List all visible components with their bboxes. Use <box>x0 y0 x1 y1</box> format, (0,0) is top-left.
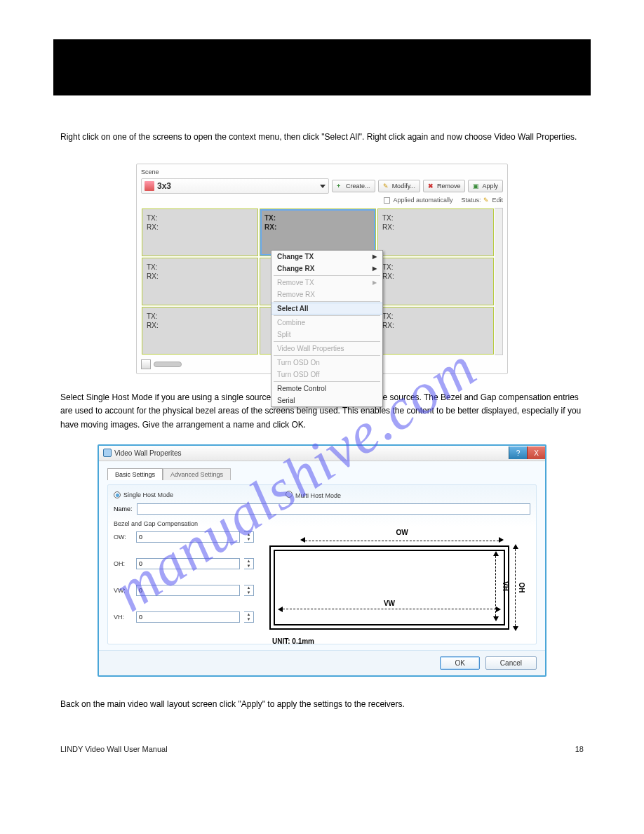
menu-remove-tx: Remove TX▶ <box>271 277 382 289</box>
header-banner <box>53 39 591 95</box>
menu-vw-properties: Video Wall Properties <box>271 343 382 355</box>
scroll-left-button[interactable] <box>141 359 151 369</box>
modify-button[interactable]: ✎Modify... <box>378 180 420 192</box>
status-value: Edit <box>492 197 503 204</box>
status-edit-icon: ✎ <box>483 197 489 204</box>
menu-serial[interactable]: Serial <box>271 395 382 406</box>
tile-1-0[interactable]: TX:RX: <box>142 258 258 305</box>
bezel-diagram: OW OH VW VH UNIT: 0.1mm <box>267 531 530 637</box>
single-host-label: Single Host Mode <box>123 491 173 498</box>
scene-dropdown[interactable]: 3x3 <box>141 178 329 194</box>
menu-combine: Combine <box>271 317 382 329</box>
bezel-section-title: Bezel and Gap Compensation <box>114 520 530 527</box>
apply-button[interactable]: ▣Apply <box>468 180 503 192</box>
applied-auto-label: Applied automatically <box>393 197 452 204</box>
tab-basic-settings[interactable]: Basic Settings <box>107 468 163 480</box>
status-label: Status: <box>461 197 481 204</box>
vh-spinner[interactable]: ▲▼ <box>244 611 254 623</box>
vw-spinner[interactable]: ▲▼ <box>244 585 254 596</box>
menu-osd-on: Turn OSD On <box>271 357 382 369</box>
caret-down-icon <box>320 185 326 188</box>
vh-label: VH: <box>114 614 132 621</box>
tab-advanced-settings[interactable]: Advanced Settings <box>163 468 231 480</box>
footer-left: LINDY Video Wall User Manual <box>60 745 168 753</box>
multi-host-label: Multi Host Mode <box>295 492 341 499</box>
cancel-button[interactable]: Cancel <box>485 656 537 670</box>
tile-1-2[interactable]: TX:RX: <box>377 258 494 305</box>
tile-0-0[interactable]: TX:RX: <box>142 208 258 256</box>
vh-input[interactable] <box>136 611 240 623</box>
x-icon: ✖ <box>428 183 435 190</box>
menu-remote-control[interactable]: Remote Control <box>271 383 382 395</box>
create-button[interactable]: +Create... <box>332 180 375 192</box>
menu-change-rx[interactable]: Change RX▶ <box>271 263 382 274</box>
vw-label: VW: <box>114 587 132 594</box>
name-label: Name: <box>114 505 133 512</box>
dialog-title: Video Wall Properites <box>114 449 182 457</box>
vw-input[interactable] <box>136 585 240 596</box>
paragraph-3: Back on the main video wall layout scree… <box>60 698 584 711</box>
scene-icon <box>145 181 154 191</box>
menu-change-tx[interactable]: Change TX▶ <box>271 251 382 263</box>
paragraph-1: Right click on one of the screens to ope… <box>60 131 584 144</box>
ow-label: OW: <box>114 534 132 541</box>
pencil-icon: ✎ <box>383 183 390 190</box>
tile-0-2[interactable]: TX:RX: <box>377 208 494 256</box>
close-button[interactable]: X <box>527 446 545 459</box>
single-host-radio[interactable] <box>114 491 121 498</box>
page-number: 18 <box>575 745 584 753</box>
oh-spinner[interactable]: ▲▼ <box>244 558 254 569</box>
context-menu: Change TX▶ Change RX▶ Remove TX▶ Remove … <box>271 250 383 407</box>
scene-panel-figure: Scene 3x3 +Create... ✎Modify... ✖Remove … <box>136 164 508 374</box>
applied-auto-checkbox[interactable] <box>384 197 390 204</box>
menu-osd-off: Turn OSD Off <box>271 369 382 380</box>
dialog-titlebar: Video Wall Properites ? X <box>99 446 545 461</box>
help-button[interactable]: ? <box>509 446 527 459</box>
remove-button[interactable]: ✖Remove <box>423 180 466 192</box>
dialog-icon <box>103 449 112 457</box>
scene-label: Scene <box>141 168 503 176</box>
multi-host-radio[interactable] <box>286 491 293 498</box>
oh-label: OH: <box>114 560 132 567</box>
tile-2-0[interactable]: TX:RX: <box>142 307 258 355</box>
oh-input[interactable] <box>136 558 240 569</box>
menu-select-all[interactable]: Select All <box>271 303 382 315</box>
video-wall-properties-dialog: Video Wall Properites ? X Basic Settings… <box>98 444 546 677</box>
ow-spinner[interactable]: ▲▼ <box>244 531 254 543</box>
ok-button[interactable]: OK <box>440 656 479 670</box>
name-input[interactable] <box>137 503 530 515</box>
vertical-scrollbar[interactable] <box>495 208 503 355</box>
menu-split: Split <box>271 329 382 340</box>
horizontal-scrollbar[interactable] <box>154 362 182 367</box>
scene-dropdown-value: 3x3 <box>157 181 171 191</box>
plus-icon: + <box>337 183 344 190</box>
tile-0-1[interactable]: TX:RX: <box>260 208 376 256</box>
menu-remove-rx: Remove RX <box>271 289 382 300</box>
apply-icon: ▣ <box>473 183 480 190</box>
ow-input[interactable] <box>136 531 240 543</box>
tile-2-2[interactable]: TX:RX: <box>377 307 494 355</box>
